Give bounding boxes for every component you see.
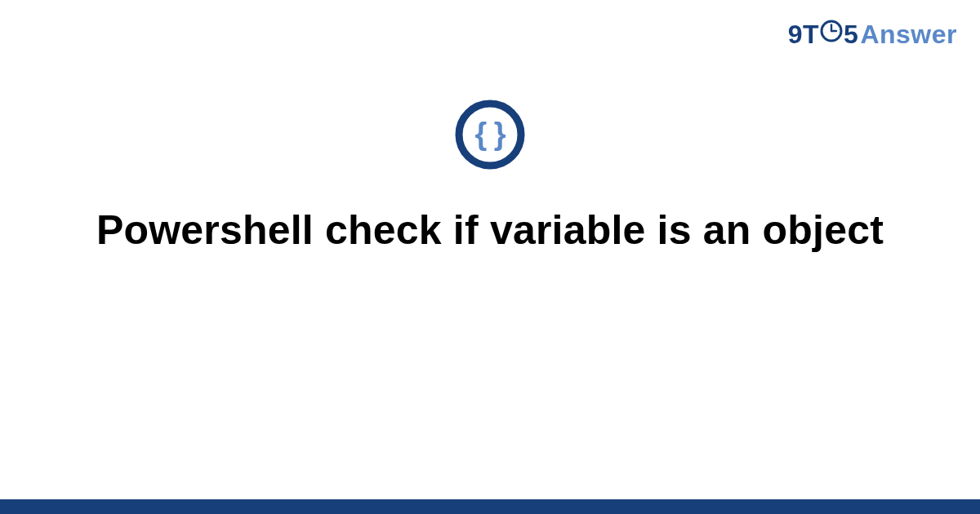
- brand-five: 5: [844, 20, 858, 50]
- footer-accent-bar: [0, 499, 980, 514]
- brand-t: T: [803, 20, 819, 50]
- svg-text:{ }: { }: [474, 117, 506, 151]
- brand-nine: 9: [788, 20, 803, 50]
- page-title: Powershell check if variable is an objec…: [96, 204, 884, 256]
- content-center: { } Powershell check if variable is an o…: [0, 98, 980, 256]
- social-card: 9T 5Answer { } Powershell check if varia…: [0, 0, 980, 514]
- code-braces-icon: { }: [453, 98, 527, 175]
- brand-logo: 9T 5Answer: [788, 18, 957, 50]
- brand-answer: Answer: [860, 20, 957, 50]
- clock-icon: [820, 19, 843, 49]
